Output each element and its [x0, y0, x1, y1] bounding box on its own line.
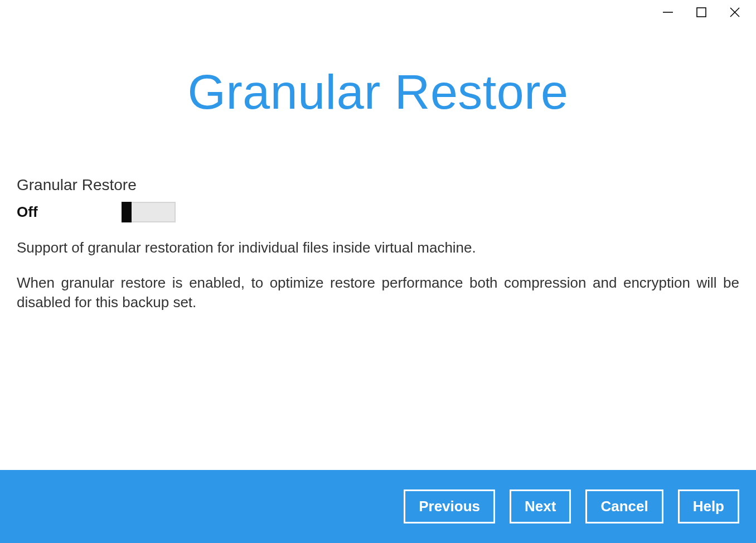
description-line-1: Support of granular restoration for indi… — [17, 238, 739, 258]
titlebar — [0, 0, 756, 25]
minimize-icon — [662, 7, 673, 18]
granular-restore-toggle[interactable] — [122, 202, 176, 222]
help-button[interactable]: Help — [678, 489, 739, 523]
section-label: Granular Restore — [17, 176, 739, 194]
maximize-button[interactable] — [685, 0, 718, 25]
close-icon — [729, 7, 740, 18]
svg-rect-1 — [697, 8, 706, 17]
maximize-icon — [696, 7, 706, 17]
description-line-2: When granular restore is enabled, to opt… — [17, 273, 739, 312]
footer-bar: Previous Next Cancel Help — [0, 470, 756, 543]
main-content: Granular Restore Granular Restore Off Su… — [0, 25, 756, 312]
minimize-button[interactable] — [651, 0, 685, 25]
description-block: Support of granular restoration for indi… — [17, 238, 739, 312]
page-title: Granular Restore — [17, 64, 739, 120]
toggle-state-label: Off — [17, 203, 38, 221]
next-button[interactable]: Next — [510, 489, 571, 523]
toggle-row: Off — [17, 202, 739, 222]
toggle-knob — [122, 202, 132, 222]
previous-button[interactable]: Previous — [404, 489, 495, 523]
close-button[interactable] — [718, 0, 752, 25]
cancel-button[interactable]: Cancel — [585, 489, 663, 523]
